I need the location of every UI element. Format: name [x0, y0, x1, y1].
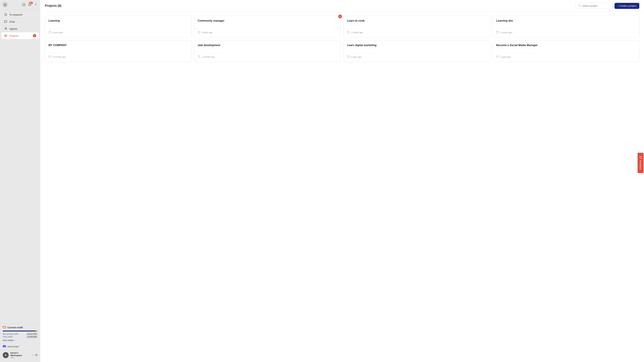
credit-title: Current credit	[3, 326, 38, 329]
sidebar: 99+ To research Chat Agents	[0, 0, 40, 362]
calendar-icon	[347, 55, 350, 58]
svg-rect-32	[198, 56, 200, 58]
project-name: Learning	[48, 19, 188, 22]
agents-icon	[4, 27, 8, 30]
svg-rect-28	[49, 56, 51, 58]
calendar-icon	[198, 55, 200, 58]
scoreboard-button[interactable]	[22, 2, 26, 7]
svg-rect-4	[4, 34, 5, 35]
projects-grid: Learning a year ago 2 Community manager	[40, 12, 644, 362]
nav-label-agents: Agents	[10, 27, 17, 30]
credit-progress-bar	[3, 331, 38, 332]
project-meta: a year ago	[48, 28, 188, 34]
main-content: Projects (8) + Create a project Learning	[40, 0, 644, 362]
calendar-icon	[347, 31, 350, 34]
svg-rect-36	[347, 56, 349, 58]
feedback-tab[interactable]: Feedback	[638, 153, 644, 173]
chat-icon	[4, 20, 8, 23]
search-input[interactable]	[582, 4, 610, 7]
calendar-icon	[48, 55, 51, 58]
project-name: web development	[198, 44, 337, 47]
project-time: a month ago	[500, 31, 512, 34]
project-time: 9 days ago	[202, 31, 212, 34]
workspace-controls	[32, 354, 38, 357]
search-icon	[578, 4, 581, 7]
project-card-6[interactable]: web development 2 months ago	[194, 40, 341, 62]
project-time: 2 months ago	[202, 56, 215, 58]
sidebar-top-icons: 99+	[22, 2, 38, 7]
sidebar-item-projects[interactable]: Projects 2	[1, 32, 39, 39]
workspace-dropdown-button[interactable]	[32, 354, 34, 357]
sidebar-item-chat[interactable]: Chat	[1, 18, 39, 25]
project-card-7[interactable]: Learn digital marketing a year ago	[344, 40, 490, 62]
project-card-3[interactable]: Learn to cook 13 days ago	[344, 16, 490, 37]
project-meta: 9 days ago	[198, 28, 337, 34]
workspace-info: Karen's Workspace Ultra	[10, 352, 30, 359]
nav-label-to-research: To research	[10, 13, 22, 16]
collapse-sidebar-button[interactable]	[34, 2, 38, 7]
svg-point-3	[6, 28, 7, 29]
project-time: 13 days ago	[351, 31, 363, 34]
nav-label-chat: Chat	[10, 20, 15, 23]
search-icon	[4, 13, 8, 16]
project-meta: 13 days ago	[347, 28, 486, 34]
create-project-button[interactable]: + Create a project	[614, 3, 639, 9]
nav-label-projects: Projects	[10, 34, 18, 37]
search-box	[576, 3, 612, 9]
workspace-plan: Ultra	[10, 357, 30, 359]
sidebar-top: 99+	[0, 0, 40, 9]
calendar-icon	[496, 55, 499, 58]
user-avatar[interactable]	[2, 2, 8, 7]
project-card-2[interactable]: 2 Community manager 9 days ago	[194, 16, 341, 37]
svg-point-0	[4, 3, 6, 5]
svg-rect-6	[4, 36, 5, 37]
sidebar-bottom: Current credit Remaining credit: 13 177 …	[0, 324, 40, 362]
svg-point-10	[36, 355, 37, 355]
project-card-8[interactable]: Become a Social Media Manager a year ago	[493, 40, 639, 62]
sidebar-nav: To research Chat Agents Projects 2	[0, 9, 40, 324]
project-name: MY COMPANY	[48, 44, 188, 47]
project-time: 2 months ago	[52, 56, 66, 58]
more-details-link[interactable]: More details →	[3, 339, 16, 342]
project-meta: a year ago	[347, 53, 486, 58]
svg-rect-9	[3, 327, 6, 327]
project-card-4[interactable]: Learning dev a month ago	[493, 16, 639, 37]
workspace-name: Karen's Workspace	[10, 352, 30, 357]
projects-icon	[4, 34, 8, 37]
projects-badge: 2	[33, 34, 36, 37]
project-notification-badge: 2	[338, 14, 342, 18]
svg-point-1	[4, 13, 6, 15]
project-card-5[interactable]: MY COMPANY 2 months ago	[45, 40, 192, 62]
feedback-icon	[639, 156, 642, 159]
project-name: Learning dev	[496, 19, 636, 22]
credit-icon	[3, 326, 6, 329]
project-name: Learn digital marketing	[347, 44, 486, 47]
project-name: Community manager	[198, 19, 337, 22]
calendar-icon	[198, 31, 200, 34]
remaining-credit-row: Remaining credit: 13 177 798	[3, 333, 38, 335]
svg-rect-16	[198, 31, 200, 33]
notification-badge: 99+	[29, 2, 33, 4]
project-meta: a month ago	[496, 28, 636, 34]
credit-bar-fill	[3, 331, 36, 332]
total-credit-row: Total credit: 14 000 000	[3, 336, 38, 338]
svg-rect-20	[347, 31, 349, 33]
sidebar-item-to-research[interactable]: To research	[1, 11, 39, 18]
need-help-button[interactable]: Need help?	[3, 344, 38, 350]
project-card-1[interactable]: Learning a year ago	[45, 16, 192, 37]
notification-button[interactable]: 99+	[28, 2, 32, 7]
svg-rect-24	[496, 31, 498, 33]
project-time: a year ago	[52, 31, 63, 34]
sidebar-item-agents[interactable]: Agents	[1, 25, 39, 32]
workspace-settings-button[interactable]	[35, 354, 38, 357]
project-name: Become a Social Media Manager	[496, 44, 636, 47]
project-meta: a year ago	[496, 53, 636, 58]
svg-rect-12	[49, 31, 51, 33]
project-name: Learn to cook	[347, 19, 486, 22]
credit-section: Current credit Remaining credit: 13 177 …	[3, 326, 38, 342]
feedback-label: Feedback	[639, 160, 642, 170]
svg-rect-40	[496, 56, 498, 58]
calendar-icon	[496, 31, 499, 34]
project-meta: 2 months ago	[198, 53, 337, 58]
svg-point-11	[578, 4, 580, 6]
